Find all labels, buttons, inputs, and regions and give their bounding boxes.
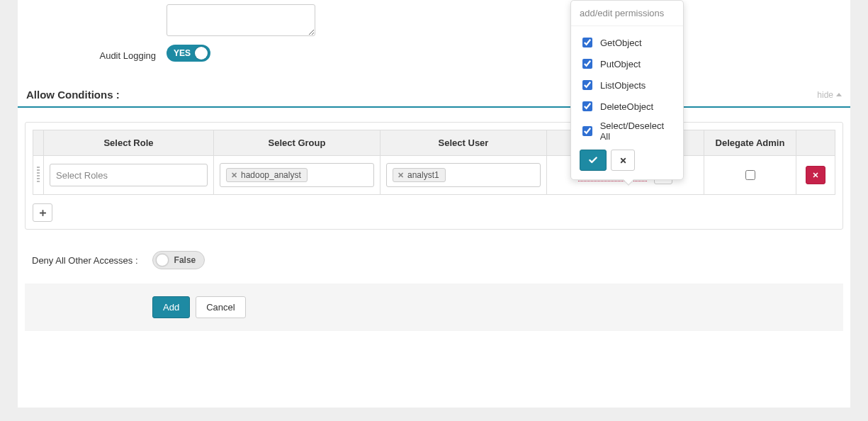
perm-option[interactable]: DeleteObject (580, 96, 675, 117)
perm-label: ListObjects (600, 80, 646, 91)
audit-logging-toggle[interactable]: YES (167, 45, 210, 62)
confirm-permissions-button[interactable] (580, 150, 607, 171)
col-header-delegate: Delegate Admin (704, 130, 796, 156)
perm-checkbox-putobject[interactable] (582, 59, 592, 69)
perm-option[interactable]: ListObjects (580, 74, 675, 96)
add-row-button[interactable] (33, 203, 52, 222)
group-tag: ✕ hadoop_analyst (226, 168, 308, 182)
caret-up-icon (836, 93, 842, 96)
perm-label: PutObject (600, 59, 641, 69)
table-row: Select Roles ✕ hadoop_analyst (33, 156, 835, 195)
close-icon (812, 172, 819, 179)
audit-logging-label: Audit Logging (18, 46, 167, 61)
perm-option[interactable]: Select/Deselect All (580, 117, 675, 145)
perm-label: DeleteObject (600, 101, 653, 112)
col-header-group: Select Group (214, 130, 381, 156)
select-user-input[interactable]: ✕ analyst1 (386, 163, 541, 187)
col-header-role: Select Role (44, 130, 214, 156)
add-button[interactable]: Add (152, 296, 190, 318)
perm-checkbox-deleteobject[interactable] (582, 101, 592, 111)
perm-option[interactable]: PutObject (580, 53, 675, 74)
user-tag-label: analyst1 (407, 170, 439, 180)
perm-label: GetObject (600, 38, 642, 48)
remove-row-button[interactable] (806, 166, 825, 184)
toggle-knob (195, 47, 208, 60)
delegate-admin-checkbox[interactable] (745, 170, 755, 180)
hide-text: hide (817, 90, 833, 100)
check-icon (588, 155, 598, 165)
textarea-label-blank (18, 4, 167, 9)
popover-title: add/edit permissions (571, 1, 683, 26)
toggle-text: YES (174, 48, 191, 58)
perm-checkbox-getobject[interactable] (582, 38, 592, 47)
perm-label: Select/Deselect All (600, 120, 675, 142)
close-icon (619, 157, 627, 164)
select-group-input[interactable]: ✕ hadoop_analyst (220, 163, 374, 187)
conditions-table: Select Role Select Group Select User Del… (33, 130, 835, 195)
group-tag-label: hadoop_analyst (241, 170, 301, 180)
toggle-knob (156, 254, 169, 266)
footer-actions: Add Cancel (25, 284, 843, 331)
perm-checkbox-listobjects[interactable] (582, 80, 592, 90)
allow-conditions-title: Allow Conditions : (26, 89, 120, 101)
cancel-button[interactable]: Cancel (196, 296, 245, 318)
drag-handle[interactable] (33, 156, 44, 195)
perm-checkbox-selectall[interactable] (582, 126, 592, 136)
deny-all-label: Deny All Other Accesses : (32, 255, 138, 266)
deny-all-toggle[interactable]: False (152, 251, 205, 269)
user-tag: ✕ analyst1 (393, 168, 446, 182)
perm-option[interactable]: GetObject (580, 32, 675, 53)
toggle-text: False (174, 255, 196, 265)
cancel-permissions-button[interactable] (611, 150, 635, 171)
remove-group-tag[interactable]: ✕ (231, 171, 237, 180)
col-header-user: Select User (381, 130, 547, 156)
select-role-input[interactable]: Select Roles (50, 164, 208, 186)
select-role-placeholder: Select Roles (56, 170, 108, 181)
description-textarea[interactable] (167, 4, 315, 36)
popover-arrow (622, 179, 635, 186)
hide-section-toggle[interactable]: hide (817, 90, 842, 100)
remove-user-tag[interactable]: ✕ (398, 171, 404, 180)
grip-icon (36, 165, 40, 184)
allow-conditions-panel: Select Role Select Group Select User Del… (25, 122, 843, 230)
permissions-popover[interactable]: add/edit permissions GetObject PutObject… (570, 0, 684, 180)
plus-icon (39, 209, 47, 217)
